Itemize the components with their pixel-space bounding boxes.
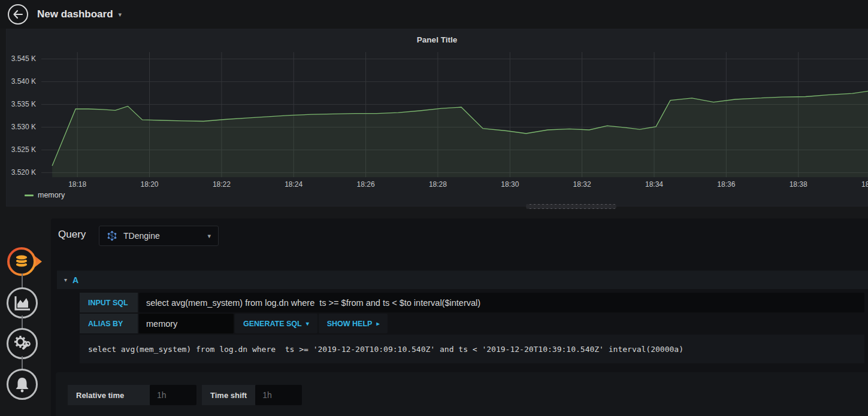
relative-time-label: Relative time [68,385,150,405]
legend-item-memory[interactable]: memory [25,191,65,199]
collapse-caret-icon[interactable]: ▾ [64,277,67,283]
svg-text:18:22: 18:22 [213,180,231,189]
svg-text:18:28: 18:28 [429,180,447,189]
panel-resize-handle[interactable] [526,204,616,209]
tab-general-settings[interactable] [7,328,38,359]
alias-by-label: ALIAS BY [80,314,138,333]
top-navbar: New dashboard ▾ [0,0,868,29]
svg-text:3.535 K: 3.535 K [11,100,36,108]
time-shift-label: Time shift [202,385,255,405]
datasource-name: TDengine [123,231,201,241]
legend-label: memory [38,191,65,199]
query-editor-panel: Query TDengine ▾ ▾ A INPUT SQL ALIAS BY [51,218,868,416]
tab-queries-active[interactable] [4,244,43,280]
svg-text:3.525 K: 3.525 K [11,145,36,154]
input-sql-label: INPUT SQL [80,293,138,312]
bell-icon [13,375,31,393]
input-sql-field[interactable] [139,293,864,312]
query-section-label: Query [58,229,86,241]
tdengine-icon [107,230,117,241]
svg-text:18:24: 18:24 [285,180,303,189]
datasource-select[interactable]: TDengine ▾ [99,226,219,246]
svg-text:18:30: 18:30 [501,180,519,189]
svg-text:18:34: 18:34 [645,180,663,189]
generate-sql-label: GENERATE SQL [243,320,302,328]
dashboard-title: New dashboard [37,8,113,20]
time-shift-group: Time shift [202,385,302,405]
caret-down-icon: ▾ [306,320,309,327]
tab-visualization[interactable] [7,287,38,318]
chart-icon [13,294,31,312]
svg-text:3.545 K: 3.545 K [11,54,36,63]
query-row-header[interactable]: ▾ A [57,271,868,289]
gear-wrench-icon [13,335,31,353]
generated-sql-row: select avg(mem_system) from log.dn where… [80,335,864,363]
svg-text:18:40: 18:40 [861,180,868,189]
alias-by-row: ALIAS BY GENERATE SQL ▾ SHOW HELP ▸ [80,314,864,333]
relative-time-field[interactable] [150,385,196,405]
back-button[interactable] [8,4,28,25]
dashboard-title-dropdown[interactable]: New dashboard ▾ [37,0,122,29]
caret-right-icon: ▸ [376,320,379,327]
relative-time-group: Relative time [68,385,196,405]
svg-text:18:36: 18:36 [717,180,735,189]
svg-text:18:18: 18:18 [68,180,86,189]
generate-sql-button[interactable]: GENERATE SQL ▾ [235,314,317,333]
database-icon [4,244,43,280]
chart-panel: Panel Title 3.520 K3.525 K3.530 K3.535 K… [6,29,868,207]
time-shift-field[interactable] [255,385,302,405]
show-help-button[interactable]: SHOW HELP ▸ [319,314,388,333]
show-help-label: SHOW HELP [327,320,373,328]
svg-text:18:32: 18:32 [573,180,591,189]
time-series-chart[interactable]: 3.520 K3.525 K3.530 K3.535 K3.540 K3.545… [7,29,868,190]
svg-text:18:26: 18:26 [357,180,375,189]
input-sql-row: INPUT SQL [80,293,864,312]
caret-down-icon: ▾ [207,232,211,240]
svg-text:18:38: 18:38 [790,180,807,189]
svg-text:3.530 K: 3.530 K [11,123,36,131]
arrow-left-icon [12,8,24,20]
alias-by-field[interactable] [139,314,234,333]
caret-down-icon: ▾ [119,11,122,19]
legend-color-dash [25,195,34,196]
svg-text:18:20: 18:20 [140,180,158,189]
tab-connector [22,356,23,370]
query-ref-letter: A [72,275,78,285]
svg-text:3.540 K: 3.540 K [11,77,36,86]
tab-alert[interactable] [7,369,38,400]
svg-text:3.520 K: 3.520 K [11,168,36,177]
query-options-section: Relative time Time shift [56,372,868,416]
generated-sql-text: select avg(mem_system) from log.dn where… [88,345,683,354]
